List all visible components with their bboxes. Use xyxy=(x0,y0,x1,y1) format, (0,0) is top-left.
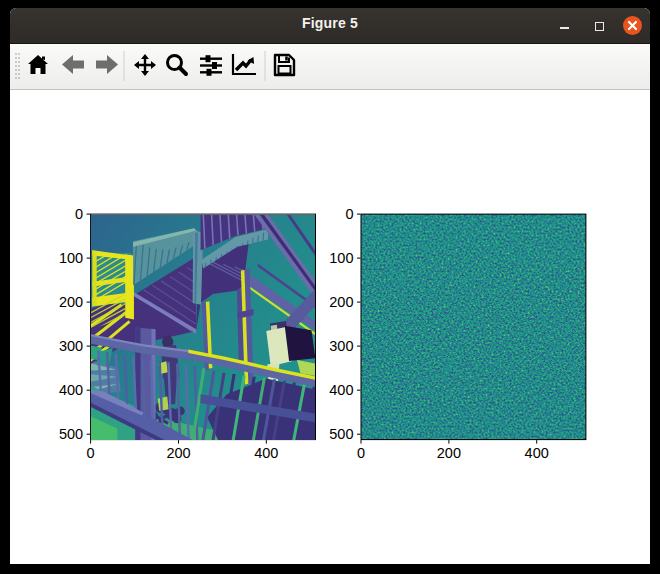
svg-text:200: 200 xyxy=(166,445,190,461)
svg-text:200: 200 xyxy=(59,294,83,310)
svg-text:300: 300 xyxy=(329,338,353,354)
svg-text:500: 500 xyxy=(59,426,83,442)
svg-text:300: 300 xyxy=(59,338,83,354)
svg-text:0: 0 xyxy=(357,445,365,461)
svg-text:400: 400 xyxy=(525,445,549,461)
svg-text:100: 100 xyxy=(329,250,353,266)
svg-text:400: 400 xyxy=(59,382,83,398)
svg-text:0: 0 xyxy=(345,206,353,222)
svg-text:500: 500 xyxy=(329,426,353,442)
svg-text:100: 100 xyxy=(59,250,83,266)
svg-text:400: 400 xyxy=(254,445,278,461)
svg-text:0: 0 xyxy=(75,206,83,222)
svg-text:400: 400 xyxy=(329,382,353,398)
svg-text:200: 200 xyxy=(329,294,353,310)
svg-text:0: 0 xyxy=(87,445,95,461)
svg-text:200: 200 xyxy=(437,445,461,461)
